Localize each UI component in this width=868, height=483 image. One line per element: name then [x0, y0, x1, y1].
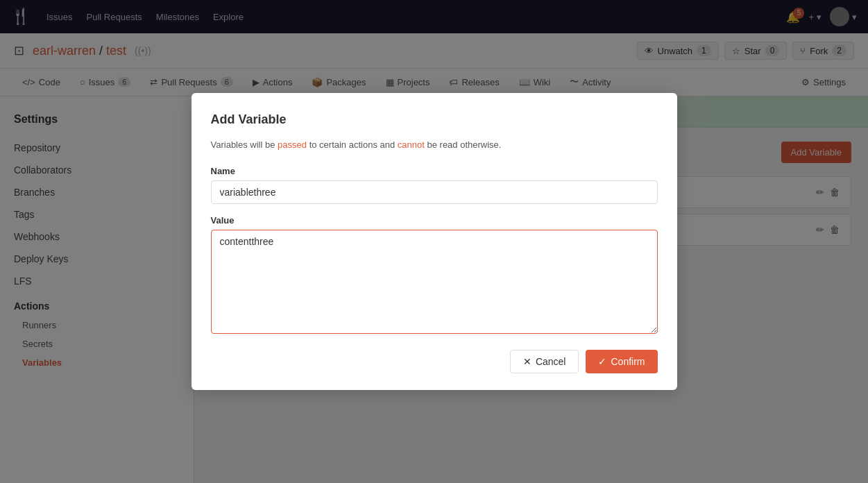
modal-overlay: Add Variable Variables will be passed to… [0, 0, 868, 483]
add-variable-modal: Add Variable Variables will be passed to… [192, 93, 677, 390]
confirm-button[interactable]: ✓ Confirm [586, 350, 657, 373]
value-label: Value [211, 215, 658, 226]
name-input[interactable] [211, 180, 658, 204]
value-field-group: Value <span class="spellcheck-underline"… [211, 215, 658, 336]
cancel-button[interactable]: ✕ Cancel [510, 350, 579, 373]
x-icon: ✕ [523, 356, 531, 367]
modal-footer: ✕ Cancel ✓ Confirm [211, 350, 658, 373]
modal-description: Variables will be passed to certain acti… [211, 138, 658, 152]
value-textarea[interactable]: <span class="spellcheck-underline">conte… [211, 230, 658, 334]
name-label: Name [211, 166, 658, 176]
check-icon: ✓ [598, 356, 606, 367]
modal-title: Add Variable [211, 112, 658, 127]
name-field-group: Name [211, 166, 658, 204]
